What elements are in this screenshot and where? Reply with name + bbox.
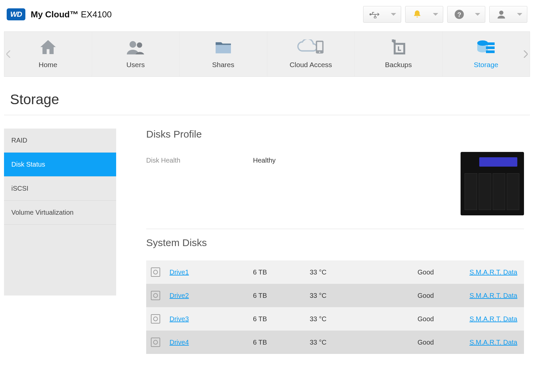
drive-temp: 33 °C: [305, 307, 385, 331]
drive-temp: 33 °C: [305, 284, 385, 307]
drive-status: Good: [385, 284, 439, 307]
user-icon: [494, 9, 508, 19]
nav-label: Home: [39, 61, 57, 69]
drive-size: 6 TB: [248, 331, 305, 354]
svg-point-9: [319, 51, 320, 53]
users-icon: [126, 39, 145, 55]
system-disks-table: Drive1 6 TB 33 °C Good S.M.A.R.T. Data D…: [146, 260, 524, 354]
svg-point-0: [369, 13, 371, 15]
product-name-strong: My Cloud™: [31, 9, 78, 19]
sidebar-item-raid[interactable]: RAID: [4, 129, 116, 153]
svg-rect-11: [486, 42, 495, 45]
nav-home[interactable]: Home: [4, 32, 92, 76]
table-row: Drive3 6 TB 33 °C Good S.M.A.R.T. Data: [146, 307, 524, 331]
drive-status: Good: [385, 307, 439, 331]
disk-icon: [151, 267, 160, 277]
nav-label: Cloud Access: [290, 61, 332, 69]
sidebar-item-iscsi[interactable]: iSCSI: [4, 177, 116, 201]
drive-link[interactable]: Drive1: [170, 268, 189, 276]
svg-point-3: [499, 11, 504, 15]
disk-health-value: Healthy: [253, 152, 461, 164]
disk-icon: [151, 291, 160, 300]
disk-icon: [151, 338, 160, 347]
main-nav: Home Users Shares Cloud Access Backups: [4, 31, 530, 77]
chevron-down-icon: [475, 13, 480, 16]
smart-data-link[interactable]: S.M.A.R.T. Data: [470, 268, 517, 276]
notifications-button[interactable]: [405, 6, 443, 23]
wd-logo: WD: [7, 8, 25, 20]
folder-icon: [215, 39, 232, 55]
device-image: [461, 152, 524, 215]
drive-temp: 33 °C: [305, 260, 385, 284]
chevron-down-icon: [433, 13, 438, 16]
nav-label: Storage: [474, 61, 498, 69]
nav-label: Shares: [212, 61, 234, 69]
nav-storage[interactable]: Storage: [443, 32, 530, 76]
drive-status: Good: [385, 260, 439, 284]
svg-point-5: [137, 42, 142, 48]
storage-sidebar: RAID Disk Status iSCSI Volume Virtualiza…: [4, 129, 116, 296]
nav-scroll-right[interactable]: [521, 31, 530, 77]
home-icon: [39, 39, 57, 55]
drive-size: 6 TB: [248, 260, 305, 284]
disk-health-label: Disk Health: [146, 152, 253, 164]
main-content: Disks Profile Disk Health Healthy System…: [146, 129, 530, 354]
drive-temp: 33 °C: [305, 331, 385, 354]
svg-rect-13: [486, 50, 495, 53]
usb-button[interactable]: [363, 6, 401, 23]
backup-icon: [390, 39, 407, 55]
drive-link[interactable]: Drive2: [170, 292, 189, 299]
disks-profile-heading: Disks Profile: [146, 129, 524, 140]
smart-data-link[interactable]: S.M.A.R.T. Data: [470, 292, 517, 299]
cloud-device-icon: [296, 39, 325, 55]
usb-icon: [368, 10, 382, 18]
storage-icon: [477, 39, 495, 55]
product-name-model: EX4100: [78, 9, 112, 19]
nav-label: Backups: [385, 61, 412, 69]
chevron-down-icon: [517, 13, 522, 16]
smart-data-link[interactable]: S.M.A.R.T. Data: [470, 315, 517, 323]
nav-cloud-access[interactable]: Cloud Access: [267, 32, 355, 76]
main-nav-wrap: Home Users Shares Cloud Access Backups: [4, 31, 530, 77]
header-actions: ?: [363, 6, 527, 23]
drive-link[interactable]: Drive4: [170, 339, 189, 346]
chevron-down-icon: [391, 13, 396, 16]
user-button[interactable]: [489, 6, 527, 23]
drive-size: 6 TB: [248, 284, 305, 307]
nav-label: Users: [126, 61, 145, 69]
svg-rect-12: [486, 46, 495, 49]
help-icon: ?: [452, 9, 466, 19]
sidebar-item-disk-status[interactable]: Disk Status: [4, 153, 116, 177]
disk-icon: [151, 314, 160, 324]
table-row: Drive1 6 TB 33 °C Good S.M.A.R.T. Data: [146, 260, 524, 284]
page-title: Storage: [4, 77, 530, 115]
svg-point-4: [129, 41, 136, 48]
table-row: Drive4 6 TB 33 °C Good S.M.A.R.T. Data: [146, 331, 524, 354]
help-button[interactable]: ?: [447, 6, 485, 23]
system-disks-heading: System Disks: [146, 237, 524, 248]
nav-backups[interactable]: Backups: [355, 32, 443, 76]
product-name: My Cloud™ EX4100: [31, 9, 112, 20]
bell-icon: [410, 10, 424, 19]
svg-text:?: ?: [457, 11, 461, 18]
svg-rect-6: [216, 45, 231, 53]
app-header: WD My Cloud™ EX4100 ?: [0, 0, 534, 31]
nav-users[interactable]: Users: [92, 32, 180, 76]
drive-size: 6 TB: [248, 307, 305, 331]
sidebar-item-volume-virtualization[interactable]: Volume Virtualization: [4, 201, 116, 225]
smart-data-link[interactable]: S.M.A.R.T. Data: [470, 339, 517, 346]
drive-status: Good: [385, 331, 439, 354]
disk-health-row: Disk Health Healthy: [146, 152, 524, 229]
nav-scroll-left[interactable]: [4, 31, 13, 77]
drive-link[interactable]: Drive3: [170, 315, 189, 323]
svg-rect-8: [317, 42, 322, 50]
table-row: Drive2 6 TB 33 °C Good S.M.A.R.T. Data: [146, 284, 524, 307]
nav-shares[interactable]: Shares: [180, 32, 267, 76]
